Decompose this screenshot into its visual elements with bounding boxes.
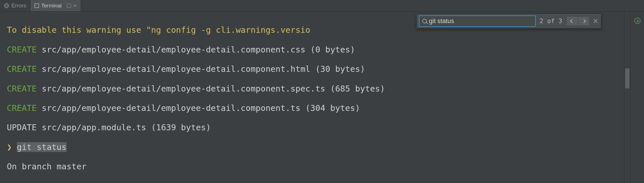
create-prefix: CREATE bbox=[7, 45, 37, 54]
tab-errors-label: Errors bbox=[11, 3, 26, 9]
output-line: On branch master bbox=[7, 162, 624, 171]
prompt-symbol: ❯ bbox=[7, 142, 12, 152]
tab-terminal-label: Terminal bbox=[41, 3, 62, 9]
search-icon bbox=[422, 19, 427, 23]
tab-errors[interactable]: Errors bbox=[0, 0, 30, 11]
find-input-container bbox=[419, 15, 536, 27]
find-actions bbox=[566, 16, 598, 26]
errors-icon bbox=[4, 3, 9, 8]
tab-terminal[interactable]: Terminal × bbox=[30, 0, 81, 11]
create-path: src/app/employee-detail/employee-detail.… bbox=[42, 64, 365, 74]
find-nav-buttons bbox=[566, 16, 590, 26]
chevron-right-icon bbox=[582, 19, 586, 23]
scrollbar[interactable] bbox=[624, 11, 630, 183]
right-gutter bbox=[630, 11, 644, 183]
dock-icon[interactable] bbox=[67, 4, 71, 8]
terminal-output[interactable]: To disable this warning use "ng config -… bbox=[0, 11, 624, 183]
create-prefix: CREATE bbox=[7, 84, 37, 93]
create-prefix: CREATE bbox=[7, 103, 37, 113]
terminal-icon bbox=[34, 3, 39, 8]
tool-window-tabbar: Errors Terminal × bbox=[0, 0, 644, 11]
add-session-icon[interactable] bbox=[634, 18, 641, 24]
update-path: src/app/app.module.ts (1639 bytes) bbox=[42, 123, 211, 132]
create-prefix: CREATE bbox=[7, 64, 37, 74]
update-prefix: UPDATE bbox=[7, 123, 37, 132]
command-highlight: git status bbox=[17, 142, 67, 152]
find-input[interactable] bbox=[429, 17, 532, 25]
find-next-button[interactable] bbox=[578, 17, 589, 26]
tab-controls: × bbox=[67, 3, 77, 8]
create-path: src/app/employee-detail/employee-detail.… bbox=[42, 84, 385, 93]
content-area: To disable this warning use "ng config -… bbox=[0, 11, 644, 183]
find-prev-button[interactable] bbox=[566, 17, 578, 26]
chevron-left-icon bbox=[570, 19, 574, 23]
create-path: src/app/employee-detail/employee-detail.… bbox=[42, 103, 360, 113]
create-path: src/app/employee-detail/employee-detail.… bbox=[42, 45, 355, 54]
scrollbar-thumb[interactable] bbox=[625, 68, 629, 88]
warning-line: To disable this warning use "ng config -… bbox=[7, 25, 310, 35]
find-result-count: 2 of 3 bbox=[540, 17, 562, 25]
find-bar: 2 of 3 bbox=[416, 14, 601, 29]
find-close-button[interactable] bbox=[593, 19, 598, 24]
tab-close-icon[interactable]: × bbox=[74, 3, 77, 8]
